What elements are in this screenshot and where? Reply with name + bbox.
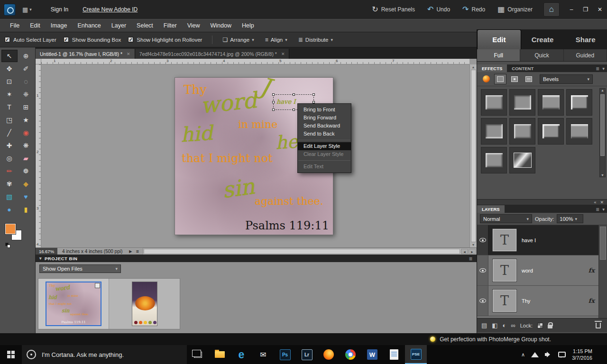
recompose-tool[interactable]: ◳ xyxy=(1,114,18,126)
close-tab-icon[interactable]: ✕ xyxy=(281,52,285,56)
tab-guided[interactable]: Guided xyxy=(564,49,607,61)
bevel-thumb[interactable] xyxy=(566,89,592,116)
layer-row-thy[interactable]: T Thy fx xyxy=(477,286,599,316)
foreground-color-swatch[interactable] xyxy=(5,224,16,234)
opacity-field[interactable]: 100% ▾ xyxy=(557,214,583,223)
layer-style-fx-badge[interactable]: fx xyxy=(589,267,595,274)
bevel-thumb[interactable] xyxy=(481,147,507,173)
context-item-bring-to-front[interactable]: Bring to Front xyxy=(298,106,351,114)
notifications-icon[interactable] xyxy=(558,352,566,357)
show-highlight-checkbox[interactable]: ✓ xyxy=(128,37,133,42)
status-play-icon[interactable]: ▶ xyxy=(127,249,134,254)
bevel-thumb-selected[interactable] xyxy=(509,147,535,173)
status-menu-icon[interactable]: ≣ xyxy=(134,249,141,254)
cookie-cutter-tool[interactable]: ★ xyxy=(18,114,34,126)
chevron-down-icon[interactable]: ▾ xyxy=(602,66,605,71)
new-layer-icon[interactable]: ▤ xyxy=(481,322,487,329)
layer-styles-icon[interactable] xyxy=(494,74,506,84)
menu-enhance[interactable]: Enhance xyxy=(72,20,106,31)
effects-category-dropdown[interactable]: Bevels ▾ xyxy=(540,74,593,84)
canvas-workspace[interactable]: Thy J word in mine hid he that I might n… xyxy=(41,64,469,247)
menu-window[interactable]: Window xyxy=(205,20,237,31)
align-button[interactable]: ≡ Align ▾ xyxy=(261,35,291,45)
visibility-toggle[interactable] xyxy=(477,225,488,255)
bevel-thumb[interactable] xyxy=(538,118,564,145)
tab-full[interactable]: Full xyxy=(477,49,520,61)
scrollbar-thumb[interactable] xyxy=(471,70,476,242)
bevel-thumb[interactable] xyxy=(509,89,535,116)
menu-edit[interactable]: Edit xyxy=(25,20,46,31)
taskbar-edge[interactable]: e xyxy=(230,345,252,364)
sign-in-link[interactable]: Sign In xyxy=(51,6,68,13)
default-colors-icon[interactable] xyxy=(5,243,11,248)
all-effects-icon[interactable] xyxy=(523,74,535,84)
cortana-search[interactable]: I'm Cortana. Ask me anything. xyxy=(22,345,187,364)
selection-handle[interactable] xyxy=(272,109,275,111)
start-button[interactable] xyxy=(0,345,22,364)
arrange-button[interactable]: ❏ Arrange ▾ xyxy=(219,35,258,45)
selection-handle[interactable] xyxy=(313,93,315,96)
shape-tool[interactable]: ♥ xyxy=(18,191,34,203)
home-button[interactable]: ⌂ xyxy=(543,2,560,17)
lock-all-icon[interactable] xyxy=(548,325,552,328)
blend-mode-dropdown[interactable]: Normal ▾ xyxy=(480,214,532,223)
selection-handle[interactable] xyxy=(293,109,295,111)
gradient-tool[interactable]: ▧ xyxy=(1,191,18,203)
horizontal-scrollbar[interactable]: ◄ ► xyxy=(143,248,477,255)
menu-layer[interactable]: Layer xyxy=(106,20,131,31)
distribute-button[interactable]: ≣ Distribute ▾ xyxy=(294,35,337,45)
taskbar-photoshop[interactable]: Ps xyxy=(274,345,296,364)
lock-transparency-icon[interactable] xyxy=(537,323,543,328)
taskbar-word[interactable]: W xyxy=(361,345,383,364)
layers-panel-grip[interactable]: « ✕ xyxy=(477,199,607,205)
tab-effects[interactable]: EFFECTS xyxy=(477,64,507,72)
menu-select[interactable]: Select xyxy=(131,20,158,31)
panel-menu-icon[interactable]: ≣ xyxy=(596,66,599,71)
bevel-thumb[interactable] xyxy=(481,118,507,145)
context-item-bring-forward[interactable]: Bring Forward xyxy=(298,114,351,122)
eyedropper-tool[interactable]: ✐ xyxy=(18,63,34,75)
selection-handle[interactable] xyxy=(293,93,295,96)
layer-thumbnail[interactable]: T xyxy=(493,229,516,251)
layer-thumbnail[interactable]: T xyxy=(493,290,516,312)
crop-tool[interactable]: ⊞ xyxy=(18,101,34,113)
red-eye-tool[interactable]: ◉ xyxy=(18,127,34,139)
layer-name[interactable]: Thy xyxy=(522,298,530,304)
scrollbar-thumb[interactable] xyxy=(600,227,606,260)
tray-expand-icon[interactable]: ∧ xyxy=(521,352,525,358)
close-panel-icon[interactable]: ✕ xyxy=(600,200,604,205)
layers-scrollbar[interactable] xyxy=(598,225,607,318)
collapse-panel-icon[interactable]: « xyxy=(594,200,596,205)
bevel-thumb[interactable] xyxy=(481,89,507,116)
scroll-right-icon[interactable]: ► xyxy=(469,249,476,254)
context-item-send-backward[interactable]: Send Backward xyxy=(298,122,351,130)
tab-content[interactable]: CONTENT xyxy=(507,66,538,71)
visibility-toggle[interactable] xyxy=(477,286,488,316)
chevron-down-icon[interactable]: ▾ xyxy=(602,207,605,212)
taskbar-firefox[interactable] xyxy=(318,345,340,364)
adjustment-layer-icon[interactable]: ◐ xyxy=(503,322,506,329)
workspace-grid-button[interactable]: ▦ ▾ xyxy=(22,6,32,13)
photo-effects-icon[interactable] xyxy=(508,74,521,84)
eraser-tool[interactable]: ▰ xyxy=(18,152,34,164)
scroll-up-icon[interactable]: ▲ xyxy=(472,65,475,69)
undo-button[interactable]: ↶ Undo xyxy=(421,6,456,13)
scroll-up-icon[interactable]: ▲ xyxy=(600,89,605,92)
create-adobe-id-link[interactable]: Create New Adobe ID xyxy=(83,6,138,13)
doc-tab-jpg[interactable]: 7edf4cb478e91cec092e018c34474714.jpg @ 2… xyxy=(135,49,290,59)
quick-selection-tool[interactable]: ❈ xyxy=(18,88,34,100)
filters-icon[interactable] xyxy=(480,74,492,84)
blur-tool[interactable]: ● xyxy=(1,203,18,216)
menu-filter[interactable]: Filter xyxy=(158,20,182,31)
doc-tab-untitled[interactable]: Untitled-1 @ 16.7% (have I, RGB/8) * ✕ xyxy=(36,49,135,59)
tab-quick[interactable]: Quick xyxy=(520,49,563,61)
panel-menu-icon[interactable]: ≣ xyxy=(596,207,599,212)
link-layers-icon[interactable]: ∞ xyxy=(511,322,515,329)
effects-scrollbar[interactable]: ▲ ▼ xyxy=(599,88,606,177)
lasso-tool[interactable]: ◌ xyxy=(18,75,34,88)
wifi-icon[interactable] xyxy=(531,352,539,357)
bevel-thumb[interactable] xyxy=(566,118,592,145)
taskbar-photoshop-elements[interactable]: PSE xyxy=(405,345,427,364)
collapse-icon[interactable]: ▾ xyxy=(39,256,42,261)
layer-mask-icon[interactable]: ◧ xyxy=(492,322,497,329)
